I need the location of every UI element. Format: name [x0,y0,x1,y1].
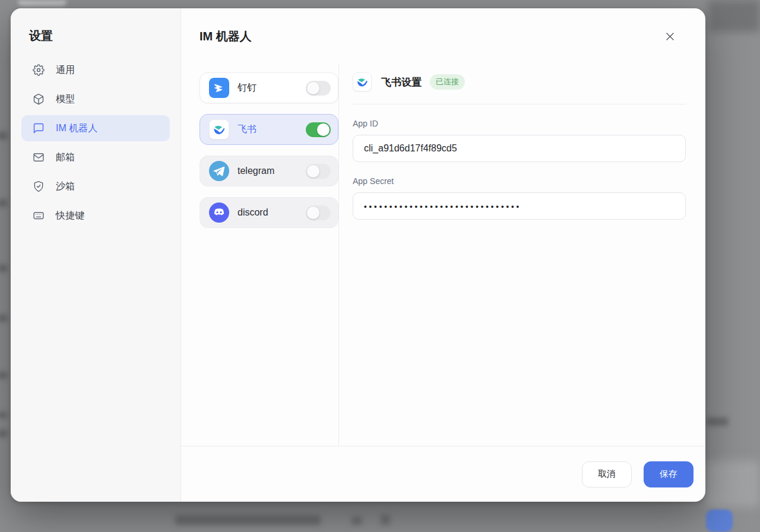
telegram-toggle[interactable] [306,164,331,179]
platform-name: 飞书 [238,124,256,136]
dingtalk-toggle[interactable] [306,81,331,96]
settings-dialog: 设置 通用 模型 IM 机器人 [11,8,705,502]
close-icon [664,31,676,42]
chat-bubble-icon [33,122,45,134]
platform-card-dingtalk[interactable]: 钉钉 [200,72,338,103]
panel-title: 飞书设置 [381,75,422,89]
cancel-button[interactable]: 取消 [582,461,632,487]
sidebar-item-sandbox[interactable]: 沙箱 [21,173,170,200]
dialog-main: IM 机器人 钉钉 [181,8,705,502]
platform-name: discord [238,207,268,218]
dialog-header: IM 机器人 [181,8,705,64]
feishu-settings-panel: 飞书设置 已连接 App ID App Secret [339,64,705,446]
platform-card-feishu[interactable]: 飞书 [200,114,338,145]
panel-header: 飞书设置 已连接 [353,71,686,93]
background-blur-shape [0,430,7,437]
sidebar-title: 设置 [29,27,170,44]
background-blur-shape [706,509,733,532]
dingtalk-icon [209,78,229,98]
sidebar-item-label: IM 机器人 [56,122,97,135]
platform-card-telegram[interactable]: telegram [200,156,338,186]
feishu-toggle[interactable] [306,122,331,137]
background-blur-shape [0,265,7,272]
sidebar-item-label: 沙箱 [56,180,75,193]
background-blur-shape [704,461,760,507]
sidebar-item-email[interactable]: 邮箱 [21,144,170,170]
app-id-input[interactable] [353,135,686,162]
cube-icon [33,93,45,105]
background-blur-shape [175,515,321,525]
sidebar-nav: 通用 模型 IM 机器人 邮箱 [21,57,170,229]
dialog-footer: 取消 保存 [181,446,705,502]
app-id-label: App ID [353,119,686,128]
background-blur-shape [0,132,7,140]
sidebar-item-general[interactable]: 通用 [21,57,170,83]
app-secret-label: App Secret [353,176,686,186]
status-badge: 已连接 [430,74,465,90]
settings-sidebar: 设置 通用 模型 IM 机器人 [11,8,181,502]
platform-name: telegram [238,166,274,176]
mail-icon [33,151,45,163]
feishu-icon [353,72,372,91]
feishu-icon [209,119,229,140]
background-blur-shape [0,412,7,418]
platform-name: 钉钉 [238,82,256,94]
background-blur-shape [0,315,7,322]
dialog-title: IM 机器人 [200,28,252,45]
telegram-icon [209,161,229,181]
sidebar-item-label: 通用 [56,64,75,77]
background-blur-shape [352,517,362,525]
sidebar-item-im-bots[interactable]: IM 机器人 [21,115,170,141]
background-blur-shape [381,515,390,525]
platform-card-discord[interactable]: discord [200,197,338,228]
close-button[interactable] [660,27,679,46]
background-blur-shape [0,200,7,207]
shield-check-icon [33,180,45,192]
keyboard-icon [33,210,45,221]
divider [353,104,686,104]
sidebar-item-label: 邮箱 [56,151,75,164]
sidebar-item-shortcuts[interactable]: 快捷键 [21,202,170,229]
gear-icon [33,64,45,76]
discord-toggle[interactable] [306,205,331,220]
background-blur-shape [0,372,7,379]
save-button[interactable]: 保存 [644,461,694,487]
app-secret-input[interactable] [353,192,686,220]
sidebar-item-label: 模型 [56,93,75,106]
sidebar-item-label: 快捷键 [56,210,84,222]
background-blur-shape [18,0,66,6]
dialog-content: 钉钉 飞书 telegram [181,64,705,446]
platform-list: 钉钉 飞书 telegram [181,64,338,446]
background-blur-shape [707,417,728,426]
discord-icon [209,202,229,223]
sidebar-item-models[interactable]: 模型 [21,86,170,112]
background-blur-shape [708,0,760,32]
